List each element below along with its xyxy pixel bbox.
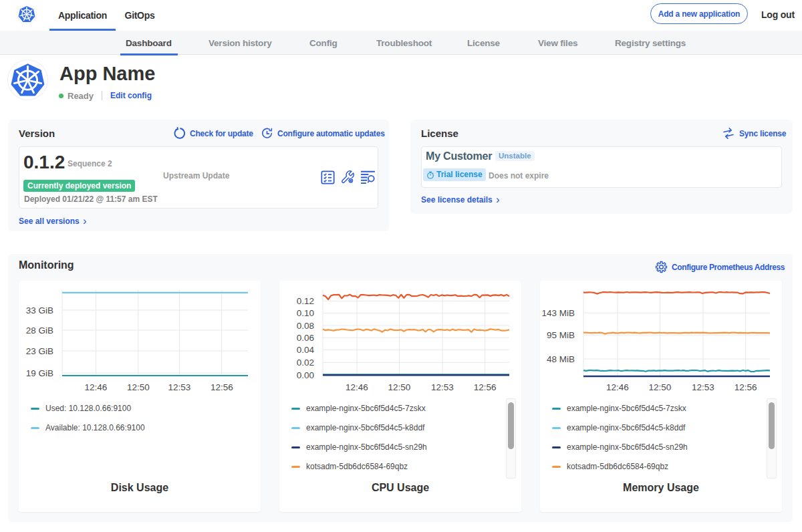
svg-text:12:53: 12:53 — [692, 382, 714, 392]
svg-text:0.00: 0.00 — [297, 370, 314, 380]
svg-text:12:46: 12:46 — [346, 382, 368, 392]
svg-text:0.02: 0.02 — [297, 358, 314, 368]
svg-text:12:50: 12:50 — [388, 382, 411, 392]
svg-text:19 GiB: 19 GiB — [26, 368, 53, 378]
svg-text:28 GiB: 28 GiB — [26, 325, 53, 336]
svg-text:0.04: 0.04 — [297, 345, 315, 355]
svg-text:12:50: 12:50 — [649, 382, 672, 392]
svg-text:95 MiB: 95 MiB — [547, 330, 575, 340]
svg-text:0.06: 0.06 — [297, 333, 314, 343]
svg-text:12:56: 12:56 — [734, 382, 757, 392]
svg-text:12:50: 12:50 — [127, 382, 150, 392]
svg-text:12:56: 12:56 — [474, 382, 497, 392]
svg-text:12:46: 12:46 — [85, 382, 108, 392]
svg-text:33 GiB: 33 GiB — [26, 305, 53, 315]
svg-text:0.10: 0.10 — [297, 308, 314, 318]
svg-text:12:46: 12:46 — [606, 382, 629, 392]
svg-text:143 MiB: 143 MiB — [541, 308, 575, 318]
svg-text:12:53: 12:53 — [168, 382, 191, 392]
svg-text:48 MiB: 48 MiB — [547, 354, 575, 364]
svg-text:23 GiB: 23 GiB — [26, 346, 53, 356]
svg-text:0.12: 0.12 — [297, 296, 314, 306]
svg-text:12:56: 12:56 — [211, 382, 233, 392]
svg-text:12:53: 12:53 — [431, 382, 454, 392]
svg-text:0.08: 0.08 — [297, 321, 314, 331]
